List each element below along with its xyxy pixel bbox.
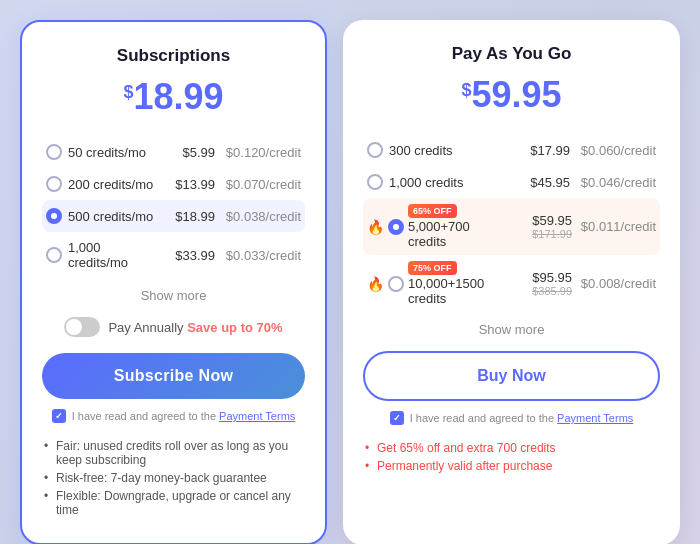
subscriptions-options: 50 credits/mo $5.99 $0.120/credit 200 cr… [42,136,305,278]
radio-3[interactable] [46,208,62,224]
payg-option-2[interactable]: 1,000 credits $45.95 $0.046/credit [363,166,660,198]
option-price-4: $33.99 [165,248,215,263]
terms-link-left[interactable]: Payment Terms [219,410,295,422]
payg-per-credit-3: $0.011/credit [576,219,656,234]
payg-per-credit-4: $0.008/credit [576,276,656,291]
payg-option-1[interactable]: 300 credits $17.99 $0.060/credit [363,134,660,166]
radio-1[interactable] [46,144,62,160]
payg-radio-4[interactable] [388,276,404,292]
payg-card: Pay As You Go $59.95 300 credits $17.99 … [343,20,680,544]
subscription-option-1[interactable]: 50 credits/mo $5.99 $0.120/credit [42,136,305,168]
payg-label-4: 10,000+1500 credits [408,276,498,306]
payg-price-1: $17.99 [520,143,570,158]
save-text: Save up to 70% [187,320,282,335]
buy-now-button[interactable]: Buy Now [363,351,660,401]
option-label-4: 1,000 credits/mo [68,240,159,270]
badge-4: 75% OFF [408,261,457,275]
fire-icon-3: 🔥 [367,219,384,235]
fire-icon-4: 🔥 [367,276,384,292]
feature-bullets: Fair: unused credits roll over as long a… [42,437,305,519]
option-price-1: $5.99 [165,145,215,160]
radio-4[interactable] [46,247,62,263]
main-container: Subscriptions $18.99 50 credits/mo $5.99… [0,0,700,544]
payg-label-3: 5,000+700 credits [408,219,498,249]
payg-amount: 59.95 [471,74,561,115]
payg-label-1: 300 credits [389,143,514,158]
toggle-row: Pay Annually Save up to 70% [42,317,305,337]
subscription-option-2[interactable]: 200 credits/mo $13.99 $0.070/credit [42,168,305,200]
radio-2[interactable] [46,176,62,192]
payg-title: Pay As You Go [363,44,660,64]
payg-strikethrough-3: $171.99 [532,228,572,240]
option-label-3: 500 credits/mo [68,209,159,224]
terms-checkbox-right[interactable] [390,411,404,425]
subscription-option-3[interactable]: 500 credits/mo $18.99 $0.038/credit [42,200,305,232]
payg-radio-2[interactable] [367,174,383,190]
payg-price-2: $45.95 [520,175,570,190]
option-per-credit-2: $0.070/credit [221,177,301,192]
subscriptions-card: Subscriptions $18.99 50 credits/mo $5.99… [20,20,327,544]
toggle-label: Pay Annually Save up to 70% [108,320,282,335]
payg-radio-3[interactable] [388,219,404,235]
payg-options: 300 credits $17.99 $0.060/credit 1,000 c… [363,134,660,312]
bullet-2: Risk-free: 7-day money-back guarantee [42,469,305,487]
promo-bullet-1: Get 65% off and extra 700 credits [363,439,660,457]
option-price-3: $18.99 [165,209,215,224]
payg-per-credit-1: $0.060/credit [576,143,656,158]
payg-radio-1[interactable] [367,142,383,158]
subscription-option-4[interactable]: 1,000 credits/mo $33.99 $0.033/credit [42,232,305,278]
payg-option-3[interactable]: 🔥 65% OFF 5,000+700 credits $59.95 $171.… [363,198,660,255]
terms-link-right[interactable]: Payment Terms [557,412,633,424]
payg-price-stack-3: $59.95 $171.99 [502,213,572,240]
option-price-2: $13.99 [165,177,215,192]
payg-price: $59.95 [363,74,660,116]
option-label-1: 50 credits/mo [68,145,159,160]
terms-text-right: I have read and agreed to the Payment Te… [410,412,634,424]
payg-price-3: $59.95 [522,213,572,228]
payg-option-4[interactable]: 🔥 75% OFF 10,000+1500 credits $95.95 $38… [363,255,660,312]
bullet-3: Flexible: Downgrade, upgrade or cancel a… [42,487,305,519]
terms-checkbox-left[interactable] [52,409,66,423]
subscriptions-show-more[interactable]: Show more [42,288,305,303]
payg-strikethrough-4: $385.99 [532,285,572,297]
subscriptions-currency: $ [123,82,133,103]
payg-price-4: $95.95 [522,270,572,285]
promo-bullet-2: Permanently valid after purchase [363,457,660,475]
payg-show-more[interactable]: Show more [363,322,660,337]
option-per-credit-1: $0.120/credit [221,145,301,160]
subscriptions-price: $18.99 [42,76,305,118]
option-per-credit-4: $0.033/credit [221,248,301,263]
option-label-2: 200 credits/mo [68,177,159,192]
subscribe-button[interactable]: Subscribe Now [42,353,305,399]
promo-bullets: Get 65% off and extra 700 credits Perman… [363,439,660,475]
subscriptions-amount: 18.99 [133,76,223,117]
badge-3: 65% OFF [408,204,457,218]
terms-row-left: I have read and agreed to the Payment Te… [42,409,305,423]
terms-text-left: I have read and agreed to the Payment Te… [72,410,296,422]
subscriptions-title: Subscriptions [42,46,305,66]
payg-price-stack-4: $95.95 $385.99 [502,270,572,297]
option-per-credit-3: $0.038/credit [221,209,301,224]
terms-row-right: I have read and agreed to the Payment Te… [363,411,660,425]
payg-currency: $ [461,80,471,101]
bullet-1: Fair: unused credits roll over as long a… [42,437,305,469]
annual-toggle[interactable] [64,317,100,337]
payg-label-2: 1,000 credits [389,175,514,190]
payg-per-credit-2: $0.046/credit [576,175,656,190]
